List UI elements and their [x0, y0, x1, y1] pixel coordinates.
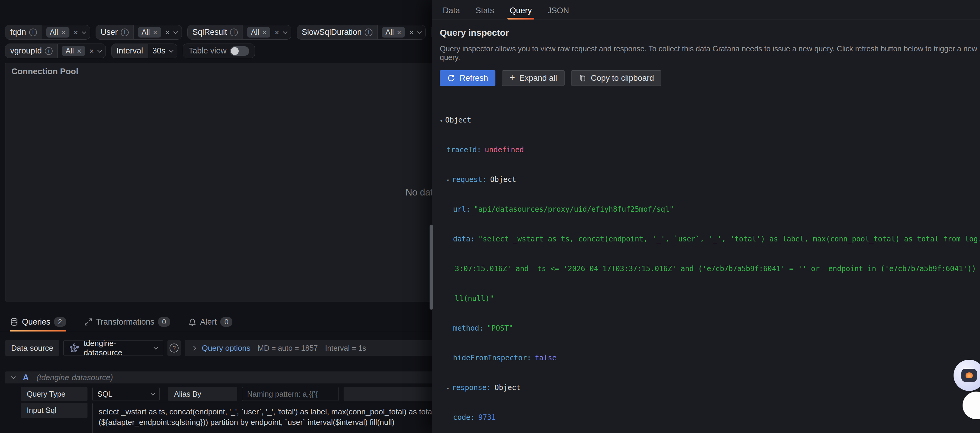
alias-by-label: Alias By: [168, 387, 237, 401]
collapse-chevron-icon[interactable]: [11, 374, 16, 379]
tab-alert[interactable]: Alert 0: [188, 317, 233, 331]
filter-user[interactable]: Useri All× ×: [95, 25, 182, 40]
plus-icon: +: [509, 72, 515, 83]
alert-count-badge: 0: [220, 317, 232, 327]
refresh-button[interactable]: Refresh: [440, 70, 495, 86]
query-options-link[interactable]: Query options: [202, 344, 250, 353]
alias-by-input[interactable]: [242, 387, 339, 401]
filter-row-1: fqdni All× × Useri All× × SqlResulti All…: [5, 25, 496, 40]
json-row-data-cont: ll(null)": [440, 293, 980, 304]
info-icon: i: [45, 47, 52, 55]
filter-value-chip[interactable]: All×: [46, 27, 70, 38]
json-response-tree: ▾Object traceId:undefined ▾request:Objec…: [440, 95, 980, 433]
input-sql-label: Input Sql: [21, 403, 88, 418]
filter-label: SqlResult: [192, 28, 227, 37]
chevron-down-icon[interactable]: [417, 29, 422, 34]
filter-value-chip[interactable]: All×: [382, 27, 405, 38]
refresh-icon: [447, 74, 455, 82]
expand-all-button[interactable]: + Expand all: [502, 70, 565, 86]
datasource-row: Data source tdengine-datasource ? Query …: [5, 340, 482, 356]
table-view-label: Table view: [188, 46, 226, 56]
clear-filter-icon[interactable]: ×: [89, 47, 94, 55]
json-row-hidefrominspector: hideFromInspector:false: [440, 353, 980, 363]
filter-value-chip[interactable]: All×: [62, 46, 85, 56]
clear-filter-icon[interactable]: ×: [165, 29, 170, 36]
remove-value-icon[interactable]: ×: [262, 29, 267, 36]
chevron-down-icon[interactable]: [283, 29, 287, 34]
editor-pane-tabs: Queries 2 Transformations 0 Alert 0: [10, 317, 232, 331]
json-row-traceid: traceId:undefined: [440, 145, 980, 155]
clipboard-icon: [579, 74, 587, 82]
datasource-help-button[interactable]: ?: [167, 340, 181, 356]
tab-queries[interactable]: Queries 2: [10, 317, 66, 331]
tab-label: Alert: [200, 317, 217, 327]
chevron-right-icon: [191, 346, 196, 351]
filter-label: vgroupId: [10, 46, 42, 56]
remove-value-icon[interactable]: ×: [77, 47, 81, 55]
chevron-down-icon: [151, 391, 156, 396]
query-inspector-drawer: Data Stats Query JSON Query inspector Qu…: [432, 0, 980, 433]
filter-label: SlowSqlDuration: [302, 28, 362, 37]
collapse-arrow-icon[interactable]: ▾: [446, 175, 452, 185]
clear-filter-icon[interactable]: ×: [74, 29, 78, 36]
collapse-arrow-icon[interactable]: ▾: [440, 116, 445, 126]
inspector-description: Query inspector allows you to view raw r…: [440, 44, 980, 62]
json-row-request[interactable]: ▾request:Object: [440, 175, 980, 185]
chevron-down-icon[interactable]: [81, 29, 86, 34]
help-icon: ?: [170, 344, 178, 352]
tab-query[interactable]: Query: [510, 6, 532, 19]
panel-title: Connection Pool: [11, 67, 78, 76]
remove-value-icon[interactable]: ×: [397, 29, 401, 36]
filter-sqlresult[interactable]: SqlResulti All× ×: [187, 25, 291, 40]
clear-filter-icon[interactable]: ×: [409, 29, 414, 36]
info-icon: i: [29, 29, 37, 36]
table-view-toggle-group: Table view: [183, 44, 255, 58]
tab-label: Queries: [22, 317, 51, 327]
tab-transformations[interactable]: Transformations 0: [84, 317, 170, 331]
filter-label: User: [101, 28, 118, 37]
chevron-down-icon[interactable]: [173, 29, 178, 34]
tab-label: Transformations: [96, 317, 154, 327]
robot-icon: [961, 369, 977, 382]
query-a-header[interactable]: A (tdengine-datasource): [5, 371, 483, 384]
inspector-tabs: Data Stats Query JSON: [432, 0, 980, 20]
tab-json[interactable]: JSON: [547, 6, 569, 19]
remove-value-icon[interactable]: ×: [61, 29, 65, 36]
json-row-root[interactable]: ▾Object: [440, 115, 980, 125]
filter-vgroupid[interactable]: vgroupIdi All× ×: [5, 44, 106, 58]
interval-picker[interactable]: Interval 30s: [111, 44, 177, 58]
transform-count-badge: 0: [158, 317, 170, 327]
json-row-method: method:"POST": [440, 324, 980, 333]
filter-slowsqlduration[interactable]: SlowSqlDurationi All× ×: [297, 25, 426, 40]
query-count-badge: 2: [54, 317, 66, 327]
query-refid: A: [23, 373, 29, 382]
json-row-url: url:"api/datasources/proxy/uid/efiyh8fuf…: [440, 205, 980, 214]
clear-filter-icon[interactable]: ×: [274, 29, 279, 36]
remove-value-icon[interactable]: ×: [153, 29, 158, 36]
max-data-points: MD = auto = 1857: [258, 344, 318, 352]
inspector-actions: Refresh + Expand all Copy to clipboard: [440, 70, 980, 86]
tab-stats[interactable]: Stats: [476, 6, 494, 19]
tab-data[interactable]: Data: [443, 6, 460, 19]
chevron-down-icon[interactable]: [97, 48, 102, 52]
chevron-down-icon[interactable]: [169, 48, 174, 52]
bell-icon: [188, 318, 197, 326]
filter-value-chip[interactable]: All×: [247, 27, 270, 38]
drawer-resize-handle[interactable]: [430, 225, 433, 309]
datasource-picker[interactable]: tdengine-datasource: [64, 340, 163, 356]
json-row-code: code:9731: [440, 412, 980, 422]
query-type-select[interactable]: SQL: [92, 387, 160, 401]
filter-fqdn[interactable]: fqdni All× ×: [5, 25, 90, 40]
filter-row-2: vgroupIdi All× × Interval 30s Table view: [5, 44, 255, 58]
query-type-row: Query Type SQL Alias By: [21, 387, 479, 401]
query-datasource-name: (tdengine-datasource): [37, 373, 113, 382]
filter-label: fqdn: [10, 28, 26, 37]
database-icon: [10, 318, 18, 326]
filter-value-chip[interactable]: All×: [138, 27, 161, 38]
json-row-response[interactable]: ▾response:Object: [440, 383, 980, 393]
info-icon: i: [230, 29, 238, 36]
query-type-label: Query Type: [21, 387, 88, 401]
copy-to-clipboard-button[interactable]: Copy to clipboard: [571, 70, 661, 86]
collapse-arrow-icon[interactable]: ▾: [446, 384, 452, 393]
table-view-toggle[interactable]: [230, 46, 249, 56]
